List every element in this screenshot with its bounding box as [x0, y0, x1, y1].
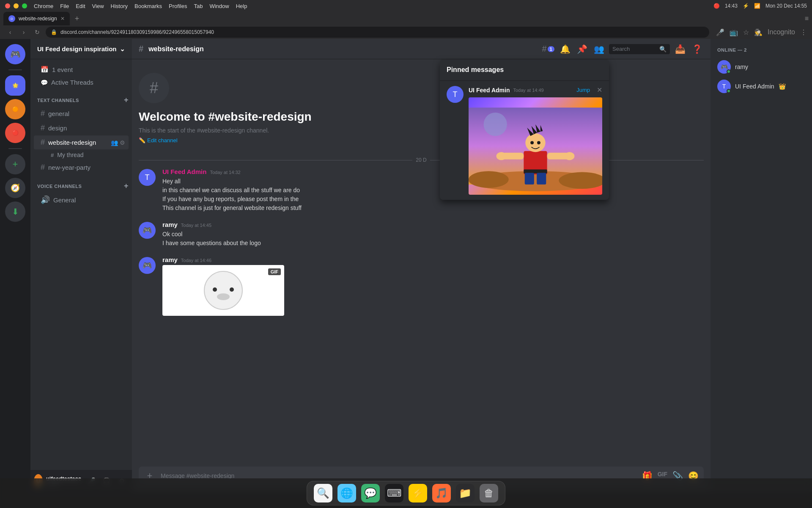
- text-channels-section: TEXT CHANNELS +: [30, 89, 132, 106]
- new-tab-btn[interactable]: +: [71, 14, 83, 23]
- online-members-label: ONLINE — 2: [714, 46, 809, 54]
- add-server-btn[interactable]: +: [5, 154, 25, 174]
- pinned-close-btn[interactable]: ✕: [597, 86, 602, 94]
- member-item-admin[interactable]: T UI Feed Admin 👑: [714, 77, 809, 96]
- menu-history[interactable]: History: [111, 3, 128, 9]
- thread-icon: #: [51, 152, 54, 158]
- channel-header: # website-redesign # 1 🔔 📌 👥 Search 🔍 📥 …: [132, 39, 710, 59]
- explore-btn[interactable]: 🧭: [5, 178, 25, 198]
- msg-header-3: ramy Today at 14:46: [162, 256, 704, 263]
- threads-btn[interactable]: # 1: [541, 42, 555, 56]
- members-btn[interactable]: 👥: [592, 42, 606, 56]
- dock-trash[interactable]: 🗑: [480, 484, 498, 502]
- browser-tab-active[interactable]: D website-redesign ✕: [3, 12, 70, 25]
- search-icon: 🔍: [659, 46, 667, 52]
- server-icon-1[interactable]: 🌟: [5, 75, 25, 96]
- channel-item-active-threads[interactable]: 💬 Active Threads: [34, 76, 129, 88]
- channel-item-new-year-party[interactable]: # new-year-party: [34, 160, 129, 174]
- server-icon-3[interactable]: 🔴: [5, 123, 25, 143]
- menu-profiles[interactable]: Profiles: [169, 3, 187, 9]
- hash-icon: #: [41, 138, 45, 147]
- add-channel-btn[interactable]: +: [124, 96, 129, 105]
- tab-close-btn[interactable]: ✕: [60, 16, 65, 22]
- dock-terminal[interactable]: ⌨: [385, 484, 403, 502]
- pinned-jump-btn[interactable]: Jump: [576, 87, 590, 93]
- menu-tab[interactable]: Tab: [194, 3, 203, 9]
- tab-menu-btn[interactable]: ≡: [805, 15, 809, 22]
- thread-item-my-thread[interactable]: # My thread: [34, 150, 129, 160]
- back-btn[interactable]: ‹: [5, 27, 15, 37]
- menu-file[interactable]: File: [60, 3, 69, 9]
- channel-item-voice-general[interactable]: 🔊 General: [34, 193, 129, 207]
- server-icon-2[interactable]: 🟠: [5, 99, 25, 119]
- hash-icon: #: [41, 124, 45, 133]
- server-sidebar: 🎮 🌟 🟠 🔴 + 🧭 ⬇: [0, 39, 30, 492]
- dock-files[interactable]: 📁: [456, 484, 475, 502]
- pinned-msg-avatar: T: [447, 86, 464, 103]
- menu-bar: Chrome File Edit View History Bookmarks …: [34, 3, 247, 9]
- msg-author-3: ramy: [162, 256, 178, 263]
- browser-tab-bar: D website-redesign ✕ + ≡: [0, 12, 812, 25]
- msg-text-2-1: I have some questions about the logo: [162, 239, 704, 248]
- msg-text-1-3: This channel is just for general website…: [162, 204, 704, 213]
- goku-image: [469, 97, 602, 195]
- maximize-window-btn[interactable]: [22, 3, 27, 8]
- member-online-dot-admin: [727, 89, 731, 93]
- cast-icon[interactable]: 📺: [730, 28, 738, 36]
- dock-notes[interactable]: ⚡: [409, 484, 427, 502]
- message-1: T UI Feed Admin Today at 14:32 Hey all i…: [132, 166, 710, 214]
- edit-channel-btn[interactable]: ✏️ Edit channel: [139, 137, 178, 144]
- dock-music[interactable]: 🎵: [432, 484, 451, 502]
- search-placeholder: Search: [612, 46, 630, 52]
- member-avatar-ramy: 🎮: [717, 60, 731, 74]
- bookmark-star-icon[interactable]: ☆: [743, 28, 749, 36]
- menu-chrome[interactable]: Chrome: [34, 3, 53, 9]
- menu-view[interactable]: View: [92, 3, 104, 9]
- dock-finder[interactable]: 🔍: [314, 484, 332, 502]
- pencil-icon: ✏️: [139, 137, 145, 144]
- channel-name-general: general: [48, 110, 69, 117]
- channel-item-general[interactable]: # general: [34, 107, 129, 121]
- gear-icon[interactable]: ⚙: [120, 139, 125, 146]
- menu-bookmarks[interactable]: Bookmarks: [134, 3, 162, 9]
- url-input[interactable]: 🔒 discord.com/channels/92249118030915998…: [46, 27, 709, 38]
- channel-actions: 👥 ⚙: [111, 139, 125, 146]
- member-item-ramy[interactable]: 🎮 ramy: [714, 58, 809, 76]
- address-bar: ‹ › ↻ 🔒 discord.com/channels/92249118030…: [0, 25, 812, 39]
- mic-icon[interactable]: 🎤: [716, 28, 724, 36]
- msg-text-1-2: If you have any bug reports, please post…: [162, 195, 704, 204]
- title-bar: Chrome File Edit View History Bookmarks …: [0, 0, 812, 12]
- channel-item-design[interactable]: # design: [34, 121, 129, 135]
- gif-message: GIF: [162, 265, 284, 316]
- dock-chrome[interactable]: 🌐: [337, 484, 356, 502]
- svg-rect-22: [525, 173, 534, 185]
- download-btn[interactable]: ⬇: [5, 202, 25, 222]
- pin-btn[interactable]: 📌: [575, 42, 589, 56]
- help-btn[interactable]: ❓: [690, 42, 704, 56]
- people-icon[interactable]: 👥: [111, 139, 118, 146]
- more-btn[interactable]: ⋮: [800, 28, 807, 36]
- channel-item-event[interactable]: 📅 1 event: [34, 63, 129, 76]
- msg-text-1-1: in this channel we can discuss all the s…: [162, 186, 704, 195]
- threads-badge: 1: [548, 46, 554, 52]
- close-window-btn[interactable]: [5, 3, 10, 8]
- bell-btn[interactable]: 🔔: [558, 42, 572, 56]
- server-header[interactable]: UI Feed design inspiration ⌄: [30, 39, 132, 59]
- menu-help[interactable]: Help: [236, 3, 247, 9]
- welcome-icon: #: [139, 73, 169, 103]
- add-voice-channel-btn[interactable]: +: [124, 182, 129, 190]
- forward-btn[interactable]: ›: [19, 27, 29, 37]
- menu-edit[interactable]: Edit: [76, 3, 85, 9]
- dock-discord[interactable]: 💬: [361, 484, 380, 502]
- speaker-icon: 🔊: [41, 195, 50, 204]
- inbox-btn[interactable]: 📥: [673, 42, 687, 56]
- reload-btn[interactable]: ↻: [32, 27, 42, 37]
- menu-window[interactable]: Window: [209, 3, 229, 9]
- server-icon-home[interactable]: 🎮: [5, 44, 25, 64]
- minimize-window-btn[interactable]: [14, 3, 19, 8]
- threads-icon: 💬: [41, 79, 48, 86]
- msg-time-3: Today at 14:46: [181, 258, 211, 263]
- channel-item-website-redesign[interactable]: # website-redesign 👥 ⚙: [34, 135, 129, 149]
- incognito-icon: 🕵️: [754, 28, 763, 36]
- search-box[interactable]: Search 🔍: [609, 44, 670, 54]
